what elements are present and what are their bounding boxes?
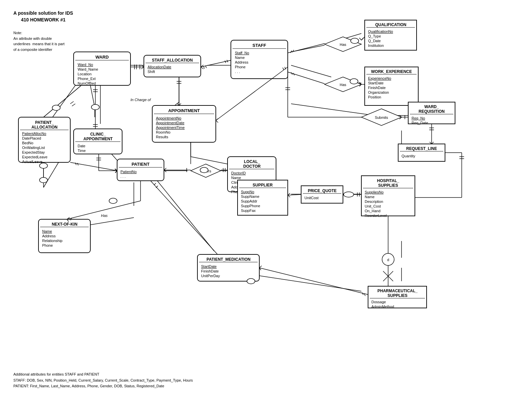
svg-point-272 — [52, 105, 60, 110]
svg-text:AppointmentNo: AppointmentNo — [156, 116, 181, 120]
svg-text:FinishDate: FinishDate — [368, 86, 386, 90]
svg-line-184 — [292, 50, 294, 52]
svg-text:ActualLeave: ActualLeave — [22, 160, 42, 164]
svg-text:BedNo: BedNo — [22, 141, 33, 145]
svg-text:QUALIFICATION: QUALIFICATION — [375, 22, 406, 27]
svg-text:OnWaitingList: OnWaitingList — [22, 146, 45, 150]
svg-text:Has: Has — [340, 83, 346, 87]
svg-line-247 — [288, 195, 290, 197]
svg-text:d: d — [387, 258, 389, 262]
svg-text:WARD: WARD — [95, 55, 109, 60]
svg-point-281 — [350, 79, 358, 84]
svg-line-195 — [70, 101, 74, 104]
svg-text:AdminMethod: AdminMethod — [371, 305, 394, 309]
svg-text:Ward_Name: Ward_Name — [78, 67, 98, 71]
svg-text:PatientNo: PatientNo — [120, 170, 137, 174]
svg-text:Name: Name — [235, 56, 245, 60]
svg-text:REQUEST_LINE: REQUEST_LINE — [406, 146, 437, 151]
svg-text:Name: Name — [231, 176, 241, 180]
svg-text:Ward_No: Ward_No — [78, 63, 93, 67]
svg-text:ReorderLevel: ReorderLevel — [365, 214, 387, 218]
svg-text:NumOfBed: NumOfBed — [78, 81, 96, 85]
svg-text:SuppAddr: SuppAddr — [241, 199, 257, 203]
svg-text:Req_No: Req_No — [412, 116, 425, 120]
svg-line-175 — [201, 60, 231, 67]
svg-point-278 — [344, 192, 354, 197]
svg-line-219 — [164, 168, 166, 170]
svg-text:. . .: . . . — [235, 70, 240, 74]
svg-text:Position: Position — [368, 95, 381, 99]
svg-line-180 — [203, 66, 204, 69]
svg-text:NEXT-OF-KIN: NEXT-OF-KIN — [52, 222, 78, 227]
svg-line-187 — [361, 38, 363, 40]
svg-text:PATIENT: PATIENT — [131, 162, 150, 167]
svg-text:PATIENT_MEDICATION: PATIENT_MEDICATION — [206, 257, 250, 262]
svg-text:QualificationNo: QualificationNo — [368, 29, 393, 33]
svg-text:Has: Has — [340, 43, 346, 47]
svg-text:Address: Address — [42, 234, 56, 238]
svg-text:Phone_Ext: Phone_Ext — [78, 77, 96, 81]
svg-line-182 — [288, 44, 325, 53]
svg-text:ExpectedStay: ExpectedStay — [22, 150, 45, 154]
svg-text:PRICE_QUOTE: PRICE_QUOTE — [308, 188, 337, 193]
svg-text:Organization: Organization — [368, 90, 389, 94]
svg-text:DoctorID: DoctorID — [231, 171, 246, 175]
svg-text:Has: Has — [101, 214, 108, 218]
svg-text:SuppPhone: SuppPhone — [241, 204, 260, 208]
svg-point-276 — [39, 177, 48, 183]
svg-text:Unit_Cost: Unit_Cost — [365, 204, 381, 208]
svg-line-196 — [72, 104, 75, 106]
svg-text:Staff_No: Staff_No — [235, 51, 249, 55]
svg-text:AllocationDate: AllocationDate — [148, 65, 171, 69]
svg-text:DatePlaced: DatePlaced — [22, 136, 41, 140]
svg-line-264 — [362, 293, 363, 295]
svg-text:Address: Address — [235, 60, 249, 64]
svg-text:ExperienceNo: ExperienceNo — [368, 76, 391, 80]
svg-text:UnitCost: UnitCost — [304, 196, 319, 200]
svg-text:PATIENT_: PATIENT_ — [35, 120, 54, 125]
svg-text:StartDate: StartDate — [201, 264, 216, 268]
svg-text:In Charge of: In Charge of — [130, 98, 151, 102]
footer-note: Additional attributes for entities STAFF… — [13, 372, 193, 389]
svg-line-177 — [201, 67, 203, 69]
svg-text:Time: Time — [78, 149, 86, 153]
svg-point-280 — [351, 38, 359, 44]
svg-point-282 — [109, 198, 117, 204]
svg-text:PHARMACEUTICAL_: PHARMACEUTICAL_ — [377, 289, 418, 293]
svg-line-174 — [141, 67, 144, 69]
svg-text:APPOINTMENT: APPOINTMENT — [168, 108, 200, 113]
svg-text:APPOINTMENT: APPOINTMENT — [83, 137, 113, 141]
svg-point-274 — [39, 163, 48, 168]
svg-text:CLINIC_: CLINIC_ — [90, 132, 106, 137]
svg-line-226 — [191, 157, 228, 164]
svg-text:Description: Description — [365, 200, 383, 204]
svg-text:Q_Date: Q_Date — [368, 39, 381, 43]
svg-text:Dossage: Dossage — [371, 300, 386, 304]
svg-line-261 — [259, 268, 368, 295]
svg-text:AppointmentDate: AppointmentDate — [156, 121, 184, 125]
svg-text:Quantity: Quantity — [402, 154, 415, 158]
svg-text:Name: Name — [42, 229, 52, 233]
svg-point-277 — [200, 167, 208, 173]
svg-text:PatientAllocNo: PatientAllocNo — [22, 132, 46, 136]
svg-text:FinishDate: FinishDate — [201, 269, 219, 273]
svg-text:RoomNo: RoomNo — [156, 130, 170, 134]
svg-text:SUPPLIES: SUPPLIES — [387, 293, 407, 298]
svg-text:SuppFax: SuppFax — [241, 209, 256, 213]
svg-text:AppointmentTime: AppointmentTime — [156, 126, 185, 130]
svg-text:SuppNo: SuppNo — [241, 190, 254, 194]
svg-text:Institution: Institution — [368, 44, 384, 48]
svg-text:Phone: Phone — [42, 243, 53, 247]
svg-text:SUPPLIES: SUPPLIES — [378, 183, 398, 188]
svg-text:Location: Location — [78, 72, 92, 76]
svg-text:SUPPLIER: SUPPLIER — [253, 183, 273, 187]
svg-text:STAFF_ALLOCATION: STAFF_ALLOCATION — [152, 58, 193, 63]
svg-text:Shift: Shift — [148, 70, 155, 74]
svg-text:. . .: . . . — [120, 174, 125, 178]
svg-text:Q_Type: Q_Type — [368, 34, 381, 38]
svg-line-215 — [77, 163, 78, 165]
svg-line-258 — [151, 181, 217, 254]
svg-text:Req_Date: Req_Date — [412, 121, 428, 125]
svg-text:HOSPITAL_: HOSPITAL_ — [377, 178, 400, 183]
svg-line-262 — [259, 266, 262, 268]
